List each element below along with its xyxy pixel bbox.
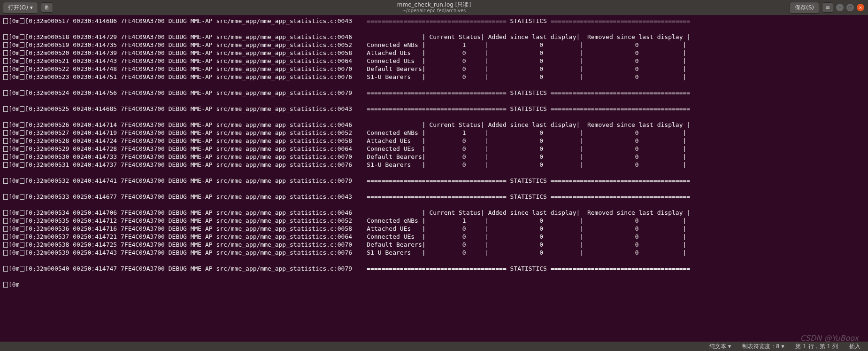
cursor-position: 第 1 行，第 1 列 — [795, 343, 838, 351]
statusbar: 纯文本 ▾ 制表符宽度：8 ▾ 第 1 行，第 1 列 插入 — [0, 342, 868, 351]
tab-width[interactable]: 制表符宽度：8 ▾ — [742, 343, 784, 351]
title-main: mme_check_run.log [只读] — [397, 1, 471, 8]
save-label: 保存(S) — [795, 4, 814, 12]
document-icon: 🗎 — [44, 4, 50, 11]
close-button[interactable]: × — [857, 4, 864, 11]
title-path: ~/openair-epc-fed/archives — [397, 8, 471, 14]
open-label: 打开(O) — [8, 4, 28, 12]
log-viewer[interactable]: [0m[0;32m000517 00230:414686 7FE4C09A370… — [0, 15, 868, 342]
open-button[interactable]: 打开(O) ▾ — [3, 2, 38, 14]
save-button[interactable]: 保存(S) — [790, 2, 819, 14]
titlebar: 打开(O) ▾ 🗎 mme_check_run.log [只读] ~/opena… — [0, 0, 868, 15]
syntax-mode[interactable]: 纯文本 ▾ — [709, 343, 731, 351]
maximize-button[interactable]: ▢ — [846, 4, 854, 11]
chevron-down-icon: ▾ — [30, 4, 33, 11]
minimize-icon: – — [839, 5, 841, 10]
insert-mode: 插入 — [849, 343, 860, 351]
new-doc-button[interactable]: 🗎 — [41, 2, 53, 13]
maximize-icon: ▢ — [848, 5, 853, 10]
window-title: mme_check_run.log [只读] ~/openair-epc-fed… — [397, 1, 471, 14]
minimize-button[interactable]: – — [836, 4, 844, 11]
hamburger-icon: ≡ — [825, 4, 830, 11]
close-icon: × — [859, 5, 862, 10]
menu-button[interactable]: ≡ — [822, 2, 833, 13]
